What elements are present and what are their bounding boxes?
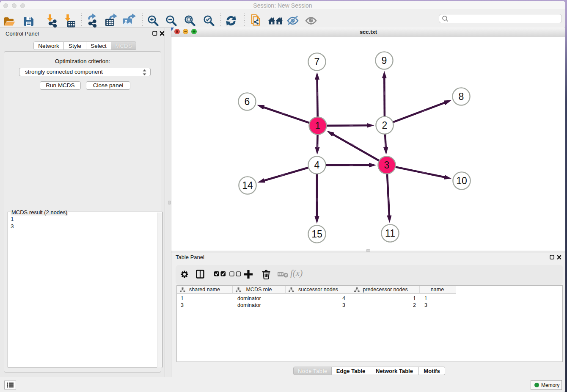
svg-text:4: 4 [314, 160, 320, 171]
svg-text:3: 3 [384, 160, 390, 171]
svg-text:10: 10 [456, 175, 467, 186]
svg-text:1: 1 [315, 120, 321, 131]
svg-text:11: 11 [385, 228, 395, 239]
svg-text:7: 7 [314, 56, 320, 67]
svg-text:2: 2 [382, 120, 388, 131]
svg-text:15: 15 [311, 229, 322, 240]
svg-text:8: 8 [459, 91, 464, 102]
svg-text:14: 14 [242, 180, 253, 191]
svg-text:6: 6 [245, 96, 250, 107]
svg-text:9: 9 [382, 55, 387, 66]
